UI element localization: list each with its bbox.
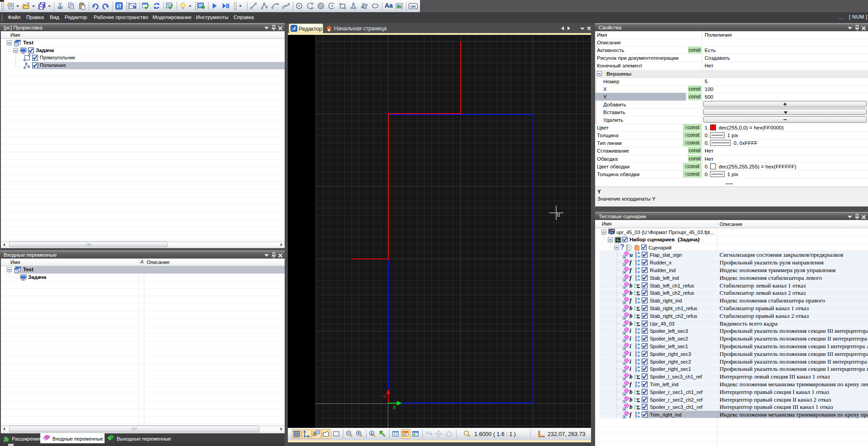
svg-text:Σ: Σ xyxy=(636,313,640,320)
svg-text:OK: OK xyxy=(410,5,416,9)
svg-text:Σ: Σ xyxy=(636,290,640,297)
svg-text:Σ: Σ xyxy=(636,397,640,403)
svg-text:Σ: Σ xyxy=(636,283,640,289)
svg-text:Σ: Σ xyxy=(636,404,640,411)
svg-text:1: 1 xyxy=(371,432,373,436)
svg-text:Y: Y xyxy=(383,394,386,399)
svg-text:Σ: Σ xyxy=(636,321,640,327)
svg-text:Σ: Σ xyxy=(636,389,640,396)
svg-text:Σ: Σ xyxy=(636,374,640,380)
svg-text:X: X xyxy=(393,405,396,410)
svg-text:Σ: Σ xyxy=(636,305,640,312)
